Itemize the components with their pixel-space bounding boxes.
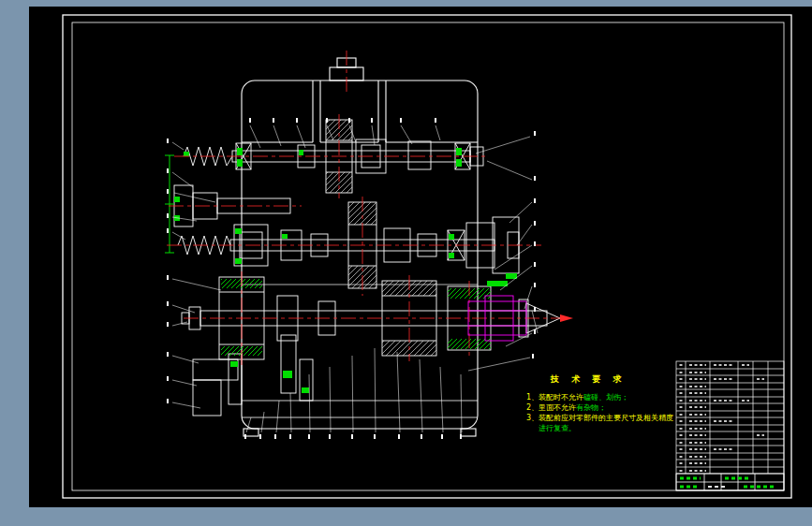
title-block — [676, 474, 784, 490]
parts-list-table — [676, 361, 784, 490]
centerline-arrowhead — [560, 314, 573, 322]
tech-note-line: 2、里面不允许有杂物； — [526, 402, 673, 413]
title-block-text-marks — [680, 478, 775, 487]
tech-note-line: 进行复查。 — [526, 423, 673, 433]
assembly-drawing — [165, 51, 573, 439]
green-dimension-marks — [165, 155, 174, 253]
cad-drawing-svg — [0, 0, 812, 526]
tech-notes-lines: 1、装配时不允许磕碰、划伤；2、里面不允许有杂物；3、装配前应对零部件的主要尺寸… — [526, 392, 673, 433]
cad-viewport: { "palette": { "window_bg": "#7b95ad", "… — [0, 0, 812, 526]
tech-note-line: 3、装配前应对零部件的主要尺寸及相关精度 — [526, 413, 673, 423]
gearbox-housing — [242, 58, 478, 436]
parts-list-text-marks — [680, 365, 765, 471]
tech-notes-heading: 技 术 要 求 — [551, 373, 626, 386]
tech-note-line: 1、装配时不允许磕碰、划伤； — [526, 392, 673, 402]
